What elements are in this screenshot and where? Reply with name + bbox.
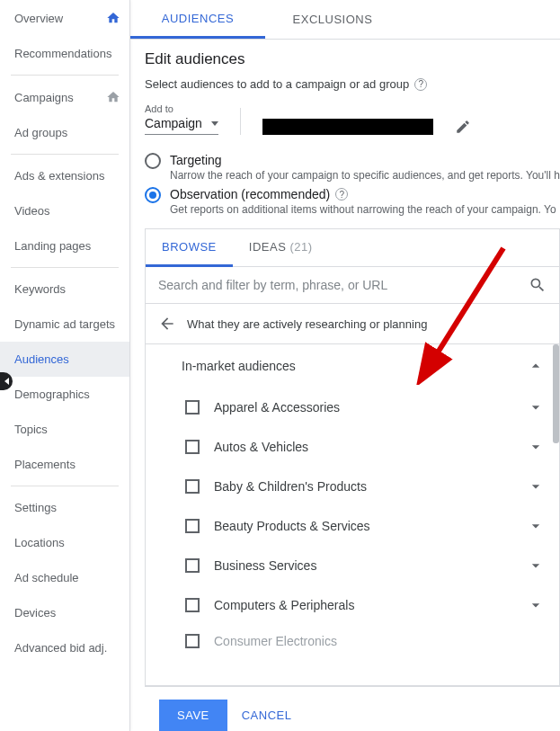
sidebar-item-label: Settings <box>14 501 120 514</box>
sidebar-item-landing-pages[interactable]: Landing pages <box>0 228 129 263</box>
sidebar-item-adgroups[interactable]: Ad groups <box>0 115 129 150</box>
sidebar-item-videos[interactable]: Videos <box>0 193 129 228</box>
category-label: Computers & Peripherals <box>214 598 512 612</box>
sidebar-item-devices[interactable]: Devices <box>0 595 129 630</box>
category-label: Business Services <box>214 558 512 573</box>
panel-head-label: In-market audiences <box>182 359 296 373</box>
sidebar-item-label: Recommendations <box>14 47 120 60</box>
sidebar-item-label: Devices <box>14 606 120 620</box>
checkbox[interactable] <box>185 598 200 612</box>
radio-observation-title: Observation (recommended) ? <box>170 187 556 201</box>
chevron-down-icon <box>527 596 545 614</box>
category-row[interactable]: Beauty Products & Services <box>146 506 559 546</box>
sidebar-item-label: Locations <box>14 536 120 549</box>
campaign-name-redacted <box>262 119 433 135</box>
sidebar: Overview Recommendations Campaigns Ad gr… <box>0 0 130 731</box>
tab-audiences[interactable]: AUDIENCES <box>130 0 265 39</box>
save-button[interactable]: SAVE <box>159 700 227 731</box>
category-row[interactable]: Autos & Vehicles <box>146 427 559 467</box>
back-arrow-icon[interactable] <box>158 315 176 333</box>
category-label: Apparel & Accessories <box>214 400 512 415</box>
home-icon <box>106 11 120 25</box>
tab-browse[interactable]: BROWSE <box>146 229 233 267</box>
radio-targeting-desc: Narrow the reach of your campaign to spe… <box>170 169 560 182</box>
radio-targeting[interactable] <box>145 153 161 169</box>
checkbox[interactable] <box>185 479 200 494</box>
sidebar-item-dynamic-ad-targets[interactable]: Dynamic ad targets <box>0 307 129 342</box>
sidebar-item-label: Audiences <box>14 352 120 366</box>
sidebar-item-label: Advanced bid adj. <box>14 641 120 655</box>
sidebar-item-demographics[interactable]: Demographics <box>0 377 129 412</box>
category-label: Autos & Vehicles <box>214 440 512 454</box>
tab-ideas-count: (21) <box>289 240 312 254</box>
tab-ideas-label: IDEAS <box>249 240 287 254</box>
sidebar-item-label: Keywords <box>14 282 120 296</box>
subtitle-text: Select audiences to add to a campaign or… <box>145 77 409 91</box>
sidebar-item-label: Placements <box>14 458 120 471</box>
sidebar-item-audiences[interactable]: Audiences <box>0 342 129 377</box>
pencil-icon[interactable] <box>455 119 471 135</box>
crumb-text: What they are actively researching or pl… <box>187 317 427 331</box>
radio-observation[interactable] <box>145 187 161 203</box>
sidebar-item-topics[interactable]: Topics <box>0 412 129 447</box>
radio-observation-desc: Get reports on additional items without … <box>170 203 556 216</box>
scrollbar[interactable] <box>553 344 559 443</box>
tab-exclusions[interactable]: EXCLUSIONS <box>265 0 400 39</box>
chevron-down-icon <box>527 517 545 535</box>
sidebar-item-locations[interactable]: Locations <box>0 525 129 560</box>
sidebar-item-placements[interactable]: Placements <box>0 447 129 482</box>
vertical-separator <box>240 108 241 135</box>
sidebar-item-campaigns[interactable]: Campaigns <box>0 79 129 115</box>
sidebar-divider <box>11 267 119 268</box>
sidebar-item-ad-schedule[interactable]: Ad schedule <box>0 560 129 595</box>
chevron-down-icon <box>527 398 545 416</box>
sidebar-item-label: Demographics <box>14 388 120 401</box>
sidebar-item-ads-extensions[interactable]: Ads & extensions <box>0 158 129 193</box>
sidebar-item-label: Ad groups <box>14 126 120 139</box>
chevron-up-icon <box>527 357 545 375</box>
help-icon[interactable]: ? <box>335 188 348 201</box>
checkbox[interactable] <box>185 634 200 648</box>
category-row[interactable]: Consumer Electronics <box>146 625 559 648</box>
checkbox[interactable] <box>185 519 200 533</box>
cancel-button[interactable]: CANCEL <box>242 709 292 722</box>
checkbox[interactable] <box>185 440 200 454</box>
sidebar-item-label: Videos <box>14 204 120 218</box>
sidebar-divider <box>11 75 119 76</box>
category-row[interactable]: Computers & Peripherals <box>146 585 559 625</box>
home-icon <box>106 90 120 104</box>
top-tabs: AUDIENCES EXCLUSIONS <box>130 0 560 40</box>
page-title: Edit audiences <box>145 50 560 68</box>
addto-label: Add to <box>145 103 218 114</box>
sidebar-item-label: Dynamic ad targets <box>14 317 120 331</box>
search-input[interactable] <box>158 278 520 292</box>
sidebar-item-label: Ad schedule <box>14 571 120 584</box>
sidebar-item-label: Topics <box>14 423 120 436</box>
sidebar-item-keywords[interactable]: Keywords <box>0 272 129 307</box>
sidebar-item-advanced-bid[interactable]: Advanced bid adj. <box>0 630 129 665</box>
category-label: Beauty Products & Services <box>214 519 512 533</box>
radio-targeting-title: Targeting <box>170 153 560 167</box>
category-label: Consumer Electronics <box>214 634 545 648</box>
search-icon[interactable] <box>529 276 547 294</box>
help-icon[interactable]: ? <box>414 78 427 91</box>
sidebar-item-settings[interactable]: Settings <box>0 490 129 525</box>
main-panel: AUDIENCES EXCLUSIONS Edit audiences Sele… <box>130 0 560 731</box>
tab-ideas[interactable]: IDEAS (21) <box>233 229 329 266</box>
sidebar-item-label: Ads & extensions <box>14 169 120 183</box>
sidebar-divider <box>11 154 119 155</box>
checkbox[interactable] <box>185 558 200 573</box>
sidebar-item-label: Overview <box>14 12 106 25</box>
category-row[interactable]: Business Services <box>146 546 559 585</box>
checkbox[interactable] <box>185 400 200 415</box>
panel-inmarket-header[interactable]: In-market audiences <box>146 344 559 388</box>
category-row[interactable]: Apparel & Accessories <box>146 388 559 427</box>
audience-picker: BROWSE IDEAS (21) What they are actively… <box>145 228 560 686</box>
sidebar-item-recommendations[interactable]: Recommendations <box>0 36 129 71</box>
addto-dropdown[interactable]: Campaign <box>145 116 218 135</box>
category-row[interactable]: Baby & Children's Products <box>146 467 559 506</box>
sidebar-divider <box>11 486 119 486</box>
chevron-down-icon <box>527 477 545 495</box>
sidebar-item-overview[interactable]: Overview <box>0 0 129 36</box>
sidebar-item-label: Campaigns <box>14 91 106 104</box>
